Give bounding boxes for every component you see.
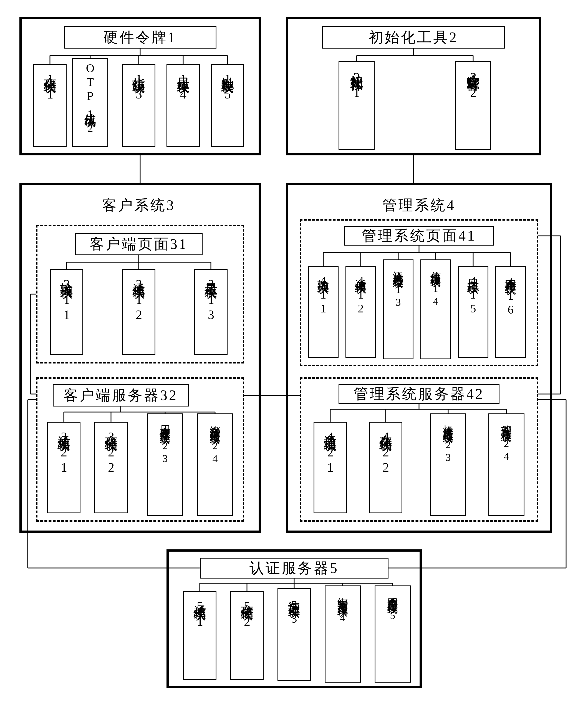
ms-mod-store: 存储模块422 — [369, 422, 402, 513]
hw-mod-storage: 存储模块11 — [33, 64, 67, 147]
hw-mod-trigger: 触发模块15 — [211, 64, 244, 147]
mp-mod-resync: 重同步模块416 — [495, 266, 526, 358]
hw-mod-otp: OTP生成模块12 — [72, 58, 108, 147]
as-mod-store: 存储模块52 — [230, 591, 264, 680]
cs-mod-store: 存储模块322 — [94, 422, 128, 513]
auth-server-title: 认证服务器5 — [200, 558, 389, 578]
cs-mod-verify: 用户有效性验证模块323 — [147, 413, 183, 516]
hw-mod-display: 显示模块14 — [166, 64, 200, 147]
client-server-title: 客户端服务器32 — [53, 384, 189, 406]
init-mod-burn: 令牌烧写器22 — [455, 61, 491, 150]
hw-mod-finger: 指纹模块13 — [122, 64, 155, 147]
mgmt-page-title: 管理系统页面41 — [344, 226, 494, 245]
mgmt-sys-title: 管理系统4 — [369, 194, 469, 216]
mp-mod-add-bind: 添加与绑定模块413 — [383, 260, 414, 359]
hw-token-title: 硬件令牌1 — [64, 26, 217, 48]
mp-mod-input: 输入模块411 — [308, 266, 338, 358]
as-mod-resync: 重同步处理模块55 — [374, 585, 411, 682]
mp-mod-info: 信息修改模块414 — [420, 260, 451, 359]
cp-mod-display: 显示模块313 — [194, 269, 228, 355]
ms-mod-comm: 通信模块421 — [314, 422, 347, 513]
as-mod-comm: 通信模块51 — [183, 591, 217, 680]
as-mod-bind: 绑定与添加处理模块54 — [325, 585, 361, 682]
client-sys-title: 客户系统3 — [89, 194, 189, 216]
cs-mod-bind: 绑定和添加处理模块324 — [197, 413, 233, 516]
cp-mod-comm: 通信模块312 — [122, 269, 155, 355]
as-mod-auth: 认证处理模块53 — [277, 588, 311, 681]
client-page-title: 客户端页面31 — [75, 233, 203, 255]
ms-mod-req: 操作请求处理模块423 — [430, 413, 466, 516]
mgmt-server-title: 管理系统服务器42 — [338, 384, 499, 404]
ms-mod-admin: 管理员登录模块424 — [488, 413, 524, 516]
init-tool-title: 初始化工具2 — [322, 26, 505, 48]
cp-mod-input: 输入模块311 — [50, 269, 83, 355]
mp-mod-log: 日志模块415 — [458, 266, 488, 358]
mp-mod-comm: 通信模块412 — [346, 266, 376, 358]
cs-mod-comm: 通信模块321 — [47, 422, 80, 513]
init-mod-soft: 初始化软件21 — [338, 61, 374, 150]
